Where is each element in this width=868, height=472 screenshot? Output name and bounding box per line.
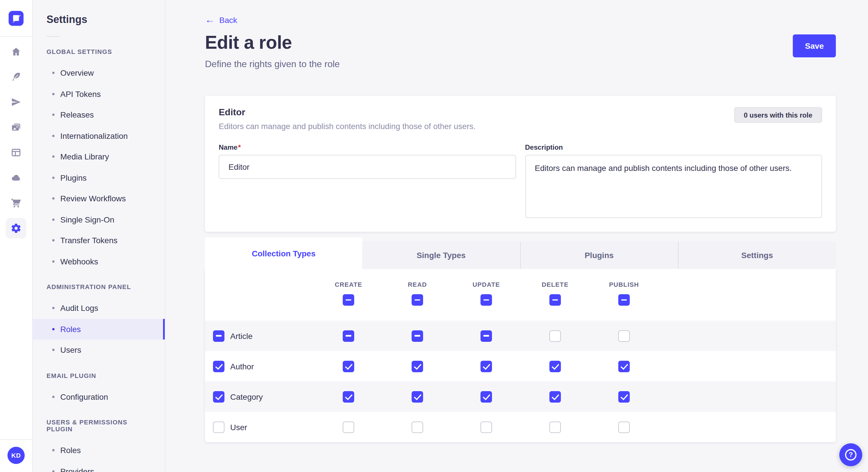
description-textarea[interactable]: Editors can manage and publish contents … bbox=[525, 155, 822, 218]
tab-settings[interactable]: Settings bbox=[678, 241, 836, 269]
checkbox-select-all-publish[interactable] bbox=[618, 294, 630, 306]
rail-logo-area bbox=[0, 0, 32, 37]
checkbox-user[interactable] bbox=[213, 421, 224, 433]
question-mark-icon: ? bbox=[845, 449, 857, 461]
tab-collection-types[interactable]: Collection Types bbox=[205, 237, 363, 269]
sidebar-item-releases[interactable]: Releases bbox=[33, 104, 165, 125]
sidebar-item-label: Plugins bbox=[60, 173, 87, 182]
checkbox-select-all-create[interactable] bbox=[343, 294, 354, 306]
sidebar-item-api-tokens[interactable]: API Tokens bbox=[33, 83, 165, 104]
checkbox-category-publish[interactable] bbox=[618, 391, 630, 402]
checkbox-category-create[interactable] bbox=[343, 391, 354, 402]
app-window: KD Settings GLOBAL SETTINGS Overview API… bbox=[0, 0, 868, 472]
bullet-icon bbox=[52, 177, 55, 179]
checkbox-article-delete[interactable] bbox=[549, 330, 561, 341]
sidebar-item-plugins[interactable]: Plugins bbox=[33, 167, 165, 188]
role-details-card: Editor Editors can manage and publish co… bbox=[205, 96, 836, 232]
checkbox-category-read[interactable] bbox=[412, 391, 423, 402]
table-row-user: User bbox=[205, 412, 836, 442]
icon-rail: KD bbox=[0, 0, 33, 472]
sidebar-item-internationalization[interactable]: Internationalization bbox=[33, 125, 165, 146]
help-button[interactable]: ? bbox=[839, 443, 862, 466]
checkbox-article[interactable] bbox=[213, 330, 224, 341]
checkbox-select-all-read[interactable] bbox=[412, 294, 423, 306]
checkbox-author[interactable] bbox=[213, 361, 224, 372]
name-input[interactable] bbox=[219, 155, 516, 179]
permissions-tabs: Collection Types Single Types Plugins Se… bbox=[205, 237, 836, 269]
sidebar-item-users[interactable]: Users bbox=[33, 339, 165, 361]
rail-button-home[interactable] bbox=[6, 41, 26, 62]
sidebar-item-label: Audit Logs bbox=[60, 304, 98, 313]
column-header-update: UPDATE bbox=[472, 281, 500, 288]
back-link[interactable]: ← Back bbox=[205, 15, 237, 25]
checkbox-author-read[interactable] bbox=[412, 361, 423, 372]
avatar[interactable]: KD bbox=[7, 447, 25, 464]
rail-button-content-manager[interactable] bbox=[6, 142, 26, 163]
permissions-section: Collection Types Single Types Plugins Se… bbox=[205, 237, 836, 442]
bullet-icon bbox=[52, 307, 55, 309]
section-label-global-settings: GLOBAL SETTINGS bbox=[46, 48, 151, 55]
bullet-icon bbox=[52, 156, 55, 158]
back-label: Back bbox=[219, 15, 237, 24]
feather-icon bbox=[11, 72, 21, 82]
sidebar-item-label: API Tokens bbox=[60, 90, 101, 99]
tab-single-types[interactable]: Single Types bbox=[363, 241, 520, 269]
sidebar-item-configuration[interactable]: Configuration bbox=[33, 386, 165, 407]
sidebar-item-label: Media Library bbox=[60, 152, 109, 162]
cloud-icon bbox=[11, 173, 21, 183]
checkbox-user-update[interactable] bbox=[480, 421, 492, 433]
permissions-table-header: CREATE READ UPDATE DELETE PUBLISH bbox=[205, 269, 836, 321]
row-label-category: Category bbox=[230, 392, 263, 401]
rail-button-settings[interactable] bbox=[6, 218, 26, 239]
checkbox-author-publish[interactable] bbox=[618, 361, 630, 372]
strapi-logo[interactable] bbox=[9, 11, 24, 26]
column-header-delete: DELETE bbox=[541, 281, 568, 288]
page-title: Edit a role bbox=[205, 32, 340, 53]
main-content: ← Back Edit a role Define the rights giv… bbox=[165, 0, 868, 472]
sidebar-item-transfer-tokens[interactable]: Transfer Tokens bbox=[33, 230, 165, 251]
sidebar-item-audit-logs[interactable]: Audit Logs bbox=[33, 298, 165, 318]
rail-bottom: KD bbox=[0, 439, 32, 472]
bullet-icon bbox=[52, 93, 55, 95]
tab-plugins[interactable]: Plugins bbox=[520, 241, 678, 269]
sidebar-item-roles-active[interactable]: Roles bbox=[33, 318, 165, 339]
sidebar-item-up-roles[interactable]: Roles bbox=[33, 440, 165, 461]
rail-button-media-library[interactable] bbox=[6, 117, 26, 138]
checkbox-category-delete[interactable] bbox=[549, 391, 561, 402]
sidebar-item-label: Configuration bbox=[60, 392, 108, 401]
checkbox-category-update[interactable] bbox=[480, 391, 492, 402]
checkbox-author-delete[interactable] bbox=[549, 361, 561, 372]
checkbox-author-update[interactable] bbox=[480, 361, 492, 372]
sidebar-item-media-library[interactable]: Media Library bbox=[33, 146, 165, 167]
checkbox-article-update[interactable] bbox=[480, 330, 492, 341]
sidebar-title: Settings bbox=[46, 14, 165, 26]
sidebar-item-single-sign-on[interactable]: Single Sign-On bbox=[33, 209, 165, 230]
checkbox-user-publish[interactable] bbox=[618, 421, 630, 433]
checkbox-select-all-update[interactable] bbox=[480, 294, 492, 306]
column-header-create: CREATE bbox=[335, 281, 362, 288]
sidebar-item-review-workflows[interactable]: Review Workflows bbox=[33, 188, 165, 209]
checkbox-article-read[interactable] bbox=[412, 330, 423, 341]
checkbox-user-create[interactable] bbox=[343, 421, 354, 433]
save-button[interactable]: Save bbox=[793, 34, 836, 57]
checkbox-user-read[interactable] bbox=[412, 421, 423, 433]
description-field-label: Description bbox=[525, 143, 822, 151]
sidebar-item-overview[interactable]: Overview bbox=[33, 63, 165, 83]
checkbox-user-delete[interactable] bbox=[549, 421, 561, 433]
checkbox-select-all-delete[interactable] bbox=[549, 294, 561, 306]
sidebar-item-label: Roles bbox=[60, 446, 81, 455]
checkbox-category[interactable] bbox=[213, 391, 224, 402]
checkbox-article-create[interactable] bbox=[343, 330, 354, 341]
rail-button-content-builder[interactable] bbox=[6, 67, 26, 87]
users-with-role-button[interactable]: 0 users with this role bbox=[734, 107, 822, 123]
bullet-icon bbox=[52, 239, 55, 242]
checkbox-author-create[interactable] bbox=[343, 361, 354, 372]
sidebar-item-webhooks[interactable]: Webhooks bbox=[33, 251, 165, 272]
gear-icon bbox=[10, 223, 22, 234]
rail-button-marketplace[interactable] bbox=[6, 193, 26, 213]
rail-button-deploy[interactable] bbox=[6, 92, 26, 112]
sidebar-item-providers[interactable]: Providers bbox=[33, 461, 165, 472]
rail-button-cloud[interactable] bbox=[6, 167, 26, 188]
permissions-table: CREATE READ UPDATE DELETE PUBLISH Articl… bbox=[205, 269, 836, 442]
checkbox-article-publish[interactable] bbox=[618, 330, 630, 341]
